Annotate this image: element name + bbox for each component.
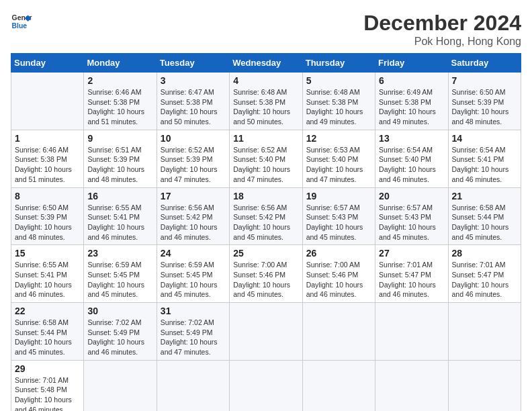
calendar-cell: 23Sunrise: 6:59 AM Sunset: 5:45 PM Dayli… (84, 245, 157, 303)
day-number: 12 (306, 133, 371, 144)
calendar-cell (375, 360, 448, 411)
day-info: Sunrise: 7:00 AM Sunset: 5:46 PM Dayligh… (306, 260, 371, 300)
day-number: 11 (233, 133, 298, 144)
day-info: Sunrise: 6:50 AM Sunset: 5:39 PM Dayligh… (452, 87, 517, 127)
calendar-cell (375, 303, 448, 361)
calendar-cell: 8Sunrise: 6:50 AM Sunset: 5:39 PM Daylig… (11, 187, 84, 245)
day-info: Sunrise: 6:48 AM Sunset: 5:38 PM Dayligh… (306, 87, 371, 127)
day-info: Sunrise: 6:58 AM Sunset: 5:44 PM Dayligh… (452, 203, 517, 242)
calendar-cell: 30Sunrise: 7:02 AM Sunset: 5:49 PM Dayli… (84, 303, 157, 361)
calendar-cell (230, 303, 302, 361)
day-info: Sunrise: 6:51 AM Sunset: 5:39 PM Dayligh… (87, 145, 152, 185)
calendar-cell: 19Sunrise: 6:57 AM Sunset: 5:43 PM Dayli… (302, 187, 375, 245)
calendar-cell: 3Sunrise: 6:47 AM Sunset: 5:38 PM Daylig… (157, 73, 229, 130)
day-info: Sunrise: 7:00 AM Sunset: 5:46 PM Dayligh… (233, 260, 298, 300)
day-number: 8 (15, 191, 80, 201)
day-number: 26 (306, 248, 371, 259)
calendar-cell: 12Sunrise: 6:53 AM Sunset: 5:40 PM Dayli… (302, 130, 375, 187)
table-row: 1Sunrise: 6:46 AM Sunset: 5:38 PM Daylig… (11, 130, 521, 187)
calendar-cell: 21Sunrise: 6:58 AM Sunset: 5:44 PM Dayli… (448, 187, 521, 245)
calendar-cell: 22Sunrise: 6:58 AM Sunset: 5:44 PM Dayli… (11, 303, 84, 361)
title-block: December 2024 Pok Hong, Hong Kong (363, 11, 521, 48)
logo-icon: General Blue (11, 11, 32, 32)
day-number: 5 (306, 75, 371, 86)
table-row: 29Sunrise: 7:01 AM Sunset: 5:48 PM Dayli… (11, 360, 521, 411)
calendar-cell (448, 303, 521, 361)
day-info: Sunrise: 6:57 AM Sunset: 5:43 PM Dayligh… (306, 203, 371, 242)
day-info: Sunrise: 6:50 AM Sunset: 5:39 PM Dayligh… (15, 203, 80, 242)
day-info: Sunrise: 7:01 AM Sunset: 5:48 PM Dayligh… (15, 375, 80, 411)
day-info: Sunrise: 7:01 AM Sunset: 5:47 PM Dayligh… (379, 260, 444, 300)
day-number: 29 (15, 363, 80, 374)
day-number: 1 (15, 133, 80, 144)
calendar-cell: 5Sunrise: 6:48 AM Sunset: 5:38 PM Daylig… (302, 73, 375, 130)
day-info: Sunrise: 6:55 AM Sunset: 5:41 PM Dayligh… (87, 203, 152, 242)
day-info: Sunrise: 6:53 AM Sunset: 5:40 PM Dayligh… (306, 145, 371, 185)
calendar-cell (11, 73, 84, 130)
calendar-cell: 17Sunrise: 6:56 AM Sunset: 5:42 PM Dayli… (157, 187, 229, 245)
calendar-cell: 1Sunrise: 6:46 AM Sunset: 5:38 PM Daylig… (11, 130, 84, 187)
calendar-header-row: Sunday Monday Tuesday Wednesday Thursday… (11, 54, 521, 73)
page-header: General Blue December 2024 Pok Hong, Hon… (11, 11, 521, 48)
table-row: 2Sunrise: 6:46 AM Sunset: 5:38 PM Daylig… (11, 73, 521, 130)
day-number: 14 (452, 133, 517, 144)
table-row: 8Sunrise: 6:50 AM Sunset: 5:39 PM Daylig… (11, 187, 521, 245)
day-info: Sunrise: 6:56 AM Sunset: 5:42 PM Dayligh… (161, 203, 226, 242)
calendar-cell: 27Sunrise: 7:01 AM Sunset: 5:47 PM Dayli… (375, 245, 448, 303)
col-tuesday: Tuesday (157, 54, 229, 73)
day-info: Sunrise: 6:55 AM Sunset: 5:41 PM Dayligh… (15, 260, 80, 300)
day-number: 15 (15, 248, 80, 259)
day-info: Sunrise: 6:59 AM Sunset: 5:45 PM Dayligh… (87, 260, 152, 300)
day-info: Sunrise: 6:54 AM Sunset: 5:40 PM Dayligh… (379, 145, 444, 185)
col-sunday: Sunday (11, 54, 84, 73)
col-thursday: Thursday (302, 54, 375, 73)
page-subtitle: Pok Hong, Hong Kong (363, 36, 521, 48)
day-number: 18 (233, 191, 298, 201)
day-number: 20 (379, 191, 444, 201)
day-info: Sunrise: 6:46 AM Sunset: 5:38 PM Dayligh… (15, 145, 80, 185)
day-number: 3 (161, 75, 226, 86)
day-number: 19 (306, 191, 371, 201)
calendar-cell: 24Sunrise: 6:59 AM Sunset: 5:45 PM Dayli… (157, 245, 229, 303)
col-friday: Friday (375, 54, 448, 73)
page-title: December 2024 (363, 11, 521, 36)
calendar-cell (157, 360, 229, 411)
calendar-cell: 16Sunrise: 6:55 AM Sunset: 5:41 PM Dayli… (84, 187, 157, 245)
calendar-cell (84, 360, 157, 411)
day-info: Sunrise: 6:54 AM Sunset: 5:41 PM Dayligh… (452, 145, 517, 185)
day-number: 9 (87, 133, 152, 144)
day-number: 16 (87, 191, 152, 201)
day-info: Sunrise: 6:49 AM Sunset: 5:38 PM Dayligh… (379, 87, 444, 127)
day-number: 25 (233, 248, 298, 259)
table-row: 22Sunrise: 6:58 AM Sunset: 5:44 PM Dayli… (11, 303, 521, 361)
calendar-cell: 7Sunrise: 6:50 AM Sunset: 5:39 PM Daylig… (448, 73, 521, 130)
col-wednesday: Wednesday (230, 54, 302, 73)
day-number: 10 (161, 133, 226, 144)
day-info: Sunrise: 6:57 AM Sunset: 5:43 PM Dayligh… (379, 203, 444, 242)
day-info: Sunrise: 6:48 AM Sunset: 5:38 PM Dayligh… (233, 87, 298, 127)
day-info: Sunrise: 6:52 AM Sunset: 5:39 PM Dayligh… (161, 145, 226, 185)
col-monday: Monday (84, 54, 157, 73)
calendar-cell (302, 303, 375, 361)
day-number: 17 (161, 191, 226, 201)
calendar-cell: 13Sunrise: 6:54 AM Sunset: 5:40 PM Dayli… (375, 130, 448, 187)
table-row: 15Sunrise: 6:55 AM Sunset: 5:41 PM Dayli… (11, 245, 521, 303)
day-info: Sunrise: 6:58 AM Sunset: 5:44 PM Dayligh… (15, 318, 80, 357)
day-info: Sunrise: 7:02 AM Sunset: 5:49 PM Dayligh… (161, 318, 226, 357)
calendar-cell: 15Sunrise: 6:55 AM Sunset: 5:41 PM Dayli… (11, 245, 84, 303)
day-number: 27 (379, 248, 444, 259)
day-number: 13 (379, 133, 444, 144)
day-info: Sunrise: 6:56 AM Sunset: 5:42 PM Dayligh… (233, 203, 298, 242)
day-number: 2 (87, 75, 152, 86)
calendar-cell: 4Sunrise: 6:48 AM Sunset: 5:38 PM Daylig… (230, 73, 302, 130)
calendar-cell: 11Sunrise: 6:52 AM Sunset: 5:40 PM Dayli… (230, 130, 302, 187)
calendar-cell: 10Sunrise: 6:52 AM Sunset: 5:39 PM Dayli… (157, 130, 229, 187)
day-number: 28 (452, 248, 517, 259)
calendar-cell (230, 360, 302, 411)
day-info: Sunrise: 6:47 AM Sunset: 5:38 PM Dayligh… (161, 87, 226, 127)
logo: General Blue (11, 11, 32, 32)
col-saturday: Saturday (448, 54, 521, 73)
calendar-cell: 28Sunrise: 7:01 AM Sunset: 5:47 PM Dayli… (448, 245, 521, 303)
day-info: Sunrise: 7:02 AM Sunset: 5:49 PM Dayligh… (87, 318, 152, 357)
calendar-cell: 26Sunrise: 7:00 AM Sunset: 5:46 PM Dayli… (302, 245, 375, 303)
